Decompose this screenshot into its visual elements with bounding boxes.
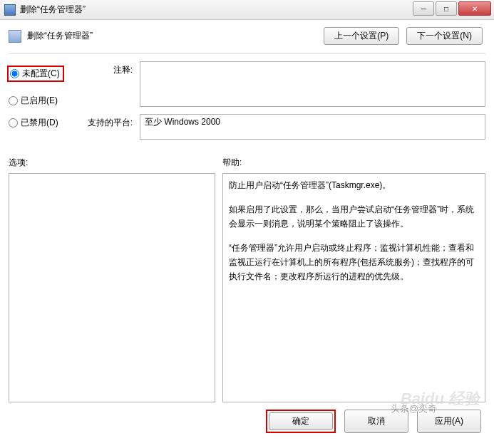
window-title: 删除“任务管理器” [20,4,86,16]
maximize-button[interactable]: □ [436,1,457,16]
prev-setting-button[interactable]: 上一个设置(P) [324,27,399,45]
ok-highlight: 确定 [266,410,336,433]
close-button[interactable]: ✕ [458,1,491,16]
divider [9,53,485,54]
radio-enabled-input[interactable] [9,96,18,105]
radio-enabled-label: 已启用(E) [21,95,58,107]
comment-input[interactable] [140,61,485,107]
options-label: 选项: [9,157,222,169]
platform-value: 至少 Windows 2000 [145,117,220,127]
radio-disabled-input[interactable] [9,118,18,127]
ok-button[interactable]: 确定 [269,412,333,430]
radio-enabled[interactable]: 已启用(E) [9,95,73,107]
policy-icon [9,30,21,43]
comment-label: 注释: [83,61,133,76]
page-title: 删除“任务管理器” [27,30,93,42]
options-pane[interactable] [9,173,215,402]
platform-label: 支持的平台: [83,114,133,129]
form-column: 注释: 支持的平台: 至少 Windows 2000 [83,61,485,147]
radio-not-configured-label: 未配置(C) [22,68,60,80]
help-paragraph-3: “任务管理器”允许用户启动或终止程序；监视计算机性能；查看和监视正运行在计算机上… [229,241,479,283]
help-label: 帮助: [222,157,242,169]
radio-disabled[interactable]: 已禁用(D) [9,117,73,129]
help-pane[interactable]: 防止用户启动“任务管理器”(Taskmgr.exe)。 如果启用了此设置，那么，… [222,173,485,402]
radio-column: 未配置(C) 已启用(E) 已禁用(D) [9,61,73,139]
cancel-button[interactable]: 取消 [344,410,408,433]
app-icon [4,4,16,16]
config-row: 未配置(C) 已启用(E) 已禁用(D) 注释: 支持的平台: 至少 [9,61,485,147]
panes: 防止用户启动“任务管理器”(Taskmgr.exe)。 如果启用了此设置，那么，… [9,173,485,402]
minimize-button[interactable]: ─ [413,1,434,16]
platform-box: 至少 Windows 2000 [140,114,485,140]
radio-not-configured-input[interactable] [10,69,19,78]
header-row: 删除“任务管理器” 上一个设置(P) 下一个设置(N) [9,26,485,49]
window-controls: ─ □ ✕ [413,1,491,16]
help-paragraph-1: 防止用户启动“任务管理器”(Taskmgr.exe)。 [229,178,479,192]
help-paragraph-2: 如果启用了此设置，那么，当用户尝试启动“任务管理器”时，系统会显示一则消息，说明… [229,202,479,231]
section-labels: 选项: 帮助: [9,157,485,169]
radio-not-configured[interactable]: 未配置(C) [7,66,64,82]
radio-disabled-label: 已禁用(D) [21,117,58,129]
titlebar: 删除“任务管理器” ─ □ ✕ [0,0,494,20]
client-area: 删除“任务管理器” 上一个设置(P) 下一个设置(N) 未配置(C) 已启用(E… [0,20,494,440]
next-setting-button[interactable]: 下一个设置(N) [406,27,483,45]
footer: 确定 取消 应用(A) [9,402,485,437]
apply-button[interactable]: 应用(A) [417,410,481,433]
